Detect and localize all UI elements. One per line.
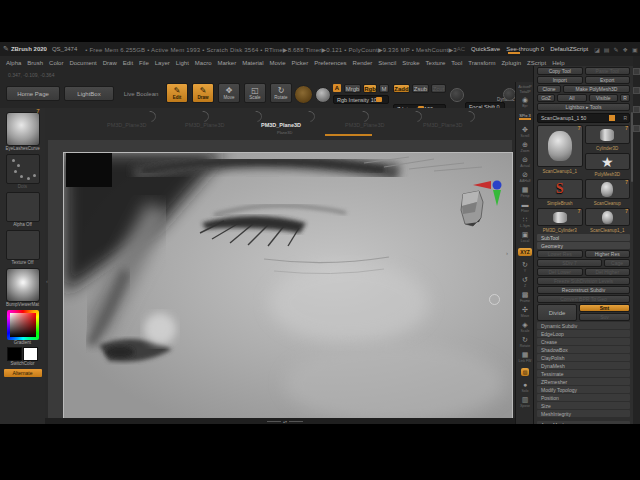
pen-icon[interactable]: ✎ bbox=[614, 46, 619, 53]
menu-item[interactable]: Edit bbox=[123, 60, 133, 66]
solo-icon[interactable]: ● Solo bbox=[516, 379, 534, 394]
menu-item[interactable]: Movie bbox=[270, 60, 286, 66]
subtool-tab[interactable]: PM3D_Plane3D bbox=[185, 122, 224, 128]
switchcolor-label[interactable]: SwitchColor bbox=[6, 361, 40, 367]
subpalette-section[interactable]: ShadowBox bbox=[537, 346, 630, 353]
menu-item[interactable]: Tool bbox=[451, 60, 462, 66]
menu-item[interactable]: Alpha bbox=[6, 60, 21, 66]
menu-item[interactable]: Document bbox=[69, 60, 96, 66]
subpalette-section[interactable]: Position bbox=[537, 394, 630, 401]
secondary-color-swatch[interactable] bbox=[23, 347, 38, 361]
subpalette-section[interactable]: Tessimate bbox=[537, 370, 630, 377]
goz-button[interactable]: GoZ bbox=[537, 94, 555, 102]
subtool-section[interactable]: SubTool bbox=[537, 234, 630, 241]
quicksave-button[interactable]: QuickSave bbox=[471, 46, 500, 52]
focal-shift-knob[interactable] bbox=[450, 88, 464, 102]
mini-thumb[interactable] bbox=[633, 125, 640, 132]
y-axis-icon[interactable]: ↻ Y bbox=[516, 259, 534, 274]
subpalette-section[interactable]: ClayPolish bbox=[537, 354, 630, 361]
cage-button[interactable]: Cage bbox=[604, 259, 630, 267]
menu-item[interactable]: Zplugin bbox=[501, 60, 521, 66]
suv-toggle[interactable]: Suv bbox=[579, 313, 630, 321]
higher-res-button[interactable]: Higher Res bbox=[585, 250, 631, 258]
live-boolean-button[interactable]: Live Boolean bbox=[118, 86, 164, 101]
move-mode-button[interactable]: ✥ Move bbox=[218, 83, 240, 103]
menu-item[interactable]: Stencil bbox=[378, 60, 396, 66]
divide-button[interactable]: Divide bbox=[537, 304, 577, 321]
zoom-icon[interactable]: ⊕ Zoom bbox=[516, 139, 534, 154]
move-canvas-icon[interactable]: ✣ Move bbox=[516, 304, 534, 319]
menu-item[interactable]: Draw bbox=[103, 60, 117, 66]
menu-item[interactable]: Marker bbox=[217, 60, 236, 66]
subpalette-section[interactable]: MeshIntegrity bbox=[537, 410, 630, 417]
floor-icon[interactable]: ▬ Floor bbox=[516, 199, 534, 214]
subpalette-section[interactable]: EdgeLoop bbox=[537, 330, 630, 337]
menu-item[interactable]: Light bbox=[176, 60, 189, 66]
goz-r-button[interactable]: R bbox=[620, 94, 630, 102]
menu-item[interactable]: Color bbox=[49, 60, 63, 66]
see-through-slider[interactable]: See-through 0 bbox=[506, 46, 544, 52]
right-tray-toggle[interactable]: › bbox=[506, 250, 508, 256]
mini-thumb[interactable] bbox=[633, 87, 640, 94]
tray-divider-handle[interactable]: ▴▾ bbox=[267, 419, 303, 423]
zsub-button[interactable]: Zsub bbox=[412, 84, 429, 93]
menu-item[interactable]: Picker bbox=[292, 60, 309, 66]
mrgb-button[interactable]: Mrgb bbox=[344, 84, 361, 93]
tool-thumbnail[interactable]: 7 bbox=[585, 125, 631, 144]
convert-bpr-button[interactable]: Convert BPR To Geo bbox=[537, 295, 630, 303]
current-stroke-thumbnail[interactable] bbox=[6, 154, 40, 184]
tool-thumbnail[interactable]: 7 bbox=[585, 179, 631, 199]
subpalette-section[interactable]: ArrayMesh bbox=[537, 421, 630, 424]
mini-thumb[interactable] bbox=[633, 106, 640, 113]
material-orb-icon[interactable] bbox=[315, 87, 331, 103]
tool-thumbnail[interactable]: 7 bbox=[537, 208, 583, 226]
axis-gizmo[interactable] bbox=[473, 178, 509, 208]
actual-icon[interactable]: ⊜ Actual bbox=[516, 154, 534, 169]
import-button[interactable]: Import bbox=[537, 76, 583, 84]
sdiv-slider[interactable]: SDiv 7 bbox=[537, 259, 602, 267]
alpha-thumbnail[interactable] bbox=[6, 192, 40, 222]
menu-item[interactable]: Layer bbox=[155, 60, 170, 66]
subtool-tab[interactable]: PM3D_Plane3D bbox=[423, 122, 462, 128]
m-button[interactable]: M bbox=[379, 84, 389, 93]
scroll-icon[interactable]: ✥ Scroll bbox=[516, 124, 534, 139]
bpr-icon[interactable]: ◉ Bpr bbox=[516, 94, 534, 109]
menu-item[interactable]: Stroke bbox=[402, 60, 419, 66]
menu-item[interactable]: File bbox=[139, 60, 149, 66]
alternate-button[interactable]: Alternate bbox=[4, 369, 42, 377]
rotate-mode-button[interactable]: ↻ Rotate bbox=[270, 83, 292, 103]
zcut-button[interactable]: Zcut bbox=[431, 84, 446, 93]
xyz-button[interactable]: XYZ bbox=[516, 244, 534, 259]
lower-res-button[interactable]: Lower Res bbox=[537, 250, 583, 258]
sculpt-viewport[interactable]: PM3D_Plane3D PM3D_Plane3D PM3D_Plane3D P… bbox=[45, 108, 515, 424]
menu-item[interactable]: Material bbox=[242, 60, 263, 66]
rotate-canvas-icon[interactable]: ↻ Rotate bbox=[516, 334, 534, 349]
linkfw-icon[interactable]: ▦ Link FW bbox=[516, 349, 534, 364]
subtool-tab[interactable]: PM3D_Plane3D bbox=[345, 122, 384, 128]
rgb-button[interactable]: Rgb bbox=[363, 84, 377, 93]
menu-item[interactable]: Render bbox=[353, 60, 373, 66]
zadd-button[interactable]: Zadd bbox=[393, 84, 410, 93]
tool-slider[interactable]: ScanCleanup1_1 50 R bbox=[537, 113, 630, 123]
persp-icon[interactable]: ▦ Persp bbox=[516, 184, 534, 199]
subpalette-section[interactable]: Crease bbox=[537, 338, 630, 345]
left-tray-toggle[interactable]: ‹ bbox=[46, 278, 48, 284]
subpalette-section[interactable]: DynaMesh bbox=[537, 362, 630, 369]
subpalette-section[interactable]: Dynamic Subdiv bbox=[537, 322, 630, 329]
menu-item[interactable]: Transform bbox=[468, 60, 495, 66]
xpose-icon[interactable]: ▥ Xpose bbox=[516, 394, 534, 409]
menu-item[interactable]: Texture bbox=[426, 60, 446, 66]
del-higher-button[interactable]: Del Higher bbox=[585, 268, 631, 276]
export-button[interactable]: Export bbox=[585, 76, 631, 84]
main-color-swatch[interactable] bbox=[7, 347, 22, 361]
del-lower-button[interactable]: Del Lower bbox=[537, 268, 583, 276]
texture-thumbnail[interactable] bbox=[6, 230, 40, 260]
a-quicksave-badge[interactable]: A bbox=[333, 84, 341, 92]
draw-mode-button[interactable]: ✎ Draw bbox=[192, 83, 214, 103]
edit-mode-button[interactable]: ✎ Edit bbox=[166, 83, 188, 103]
slider-r-button[interactable]: R bbox=[623, 115, 627, 121]
tool-thumbnail[interactable]: 7 bbox=[585, 208, 631, 226]
active-subtool-tab[interactable]: PM3D_Plane3D bbox=[261, 122, 301, 128]
timeline-scrubber[interactable] bbox=[325, 134, 372, 136]
goz-all-button[interactable]: All bbox=[557, 94, 587, 102]
